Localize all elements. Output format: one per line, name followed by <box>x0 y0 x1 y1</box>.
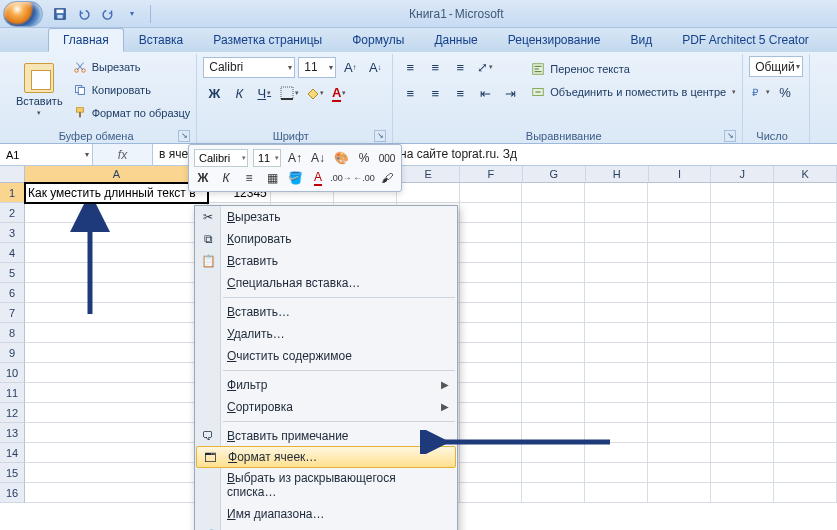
row-header-6[interactable]: 6 <box>0 283 25 303</box>
fx-icon[interactable]: fx <box>118 148 127 162</box>
cell[interactable] <box>585 363 648 383</box>
cell[interactable] <box>648 283 711 303</box>
cell-A1[interactable]: Как уместить длинный текст в <box>25 183 208 203</box>
row-header-3[interactable]: 3 <box>0 223 25 243</box>
cell[interactable] <box>522 463 585 483</box>
cell[interactable] <box>522 343 585 363</box>
cell[interactable] <box>460 343 523 363</box>
cell[interactable] <box>774 263 837 283</box>
ctx-comment[interactable]: 🗨Вставить примечание <box>195 425 457 447</box>
tab-view[interactable]: Вид <box>615 28 667 52</box>
dialog-launcher-icon[interactable]: ↘ <box>178 130 190 142</box>
row-header-12[interactable]: 12 <box>0 403 25 423</box>
cell[interactable] <box>522 303 585 323</box>
fill-color-button[interactable] <box>303 82 325 104</box>
ctx-paste-special[interactable]: Специальная вставка… <box>195 272 457 294</box>
align-top-icon[interactable]: ≡ <box>399 56 421 78</box>
cell-G1[interactable] <box>522 183 585 203</box>
cell[interactable] <box>460 323 523 343</box>
cell[interactable] <box>774 203 837 223</box>
cell[interactable] <box>25 323 208 343</box>
cell[interactable] <box>774 223 837 243</box>
cell[interactable] <box>648 343 711 363</box>
cell[interactable] <box>711 203 774 223</box>
cell[interactable] <box>25 363 208 383</box>
align-left-icon[interactable]: ≡ <box>399 82 421 104</box>
mini-shrink-font-icon[interactable]: A↓ <box>309 149 327 167</box>
col-header-E[interactable]: E <box>397 166 460 183</box>
cell[interactable] <box>648 223 711 243</box>
ctx-paste[interactable]: 📋Вставить <box>195 250 457 272</box>
cell[interactable] <box>25 403 208 423</box>
cell[interactable] <box>711 403 774 423</box>
cell[interactable] <box>711 343 774 363</box>
cell[interactable] <box>585 483 648 503</box>
cell[interactable] <box>711 283 774 303</box>
cell-H1[interactable] <box>585 183 648 203</box>
cell[interactable] <box>711 223 774 243</box>
cell[interactable] <box>711 483 774 503</box>
ctx-clear[interactable]: Очистить содержимое <box>195 345 457 367</box>
cell[interactable] <box>460 303 523 323</box>
cell[interactable] <box>648 383 711 403</box>
cell[interactable] <box>460 483 523 503</box>
font-color-button[interactable]: A <box>328 82 350 104</box>
cell[interactable] <box>585 403 648 423</box>
ctx-hyperlink[interactable]: 🔗Гиперссылка… <box>195 525 457 530</box>
cell[interactable] <box>25 443 208 463</box>
cell[interactable] <box>711 323 774 343</box>
cell[interactable] <box>585 283 648 303</box>
mini-italic-button[interactable]: К <box>217 169 235 187</box>
cell[interactable] <box>522 223 585 243</box>
row-header-13[interactable]: 13 <box>0 423 25 443</box>
col-header-K[interactable]: K <box>774 166 837 183</box>
mini-dec-decimal-icon[interactable]: ←.00 <box>355 169 373 187</box>
tab-data[interactable]: Данные <box>419 28 492 52</box>
dialog-launcher-icon[interactable]: ↘ <box>724 130 736 142</box>
ctx-pick-list[interactable]: Выбрать из раскрывающегося списка… <box>195 467 457 503</box>
cell[interactable] <box>460 403 523 423</box>
ctx-copy[interactable]: ⧉Копировать <box>195 228 457 250</box>
ctx-delete[interactable]: Удалить… <box>195 323 457 345</box>
save-icon[interactable] <box>50 4 70 24</box>
cell[interactable] <box>25 303 208 323</box>
mini-font-combo[interactable]: Calibri <box>194 149 248 167</box>
grow-font-icon[interactable]: A↑ <box>339 56 361 78</box>
indent-increase-icon[interactable]: ⇥ <box>499 82 521 104</box>
cell[interactable] <box>648 263 711 283</box>
cell[interactable] <box>460 283 523 303</box>
mini-format-painter-icon[interactable]: 🖌 <box>378 169 396 187</box>
cell[interactable] <box>522 263 585 283</box>
cell[interactable] <box>522 203 585 223</box>
ctx-filter[interactable]: Фильтр▶ <box>195 374 457 396</box>
cell[interactable] <box>25 343 208 363</box>
row-header-16[interactable]: 16 <box>0 483 25 503</box>
cell[interactable] <box>585 323 648 343</box>
cell[interactable] <box>774 463 837 483</box>
shrink-font-icon[interactable]: A↓ <box>364 56 386 78</box>
cell[interactable] <box>648 483 711 503</box>
cell[interactable] <box>585 343 648 363</box>
cell[interactable] <box>711 263 774 283</box>
cell[interactable] <box>522 403 585 423</box>
qat-dropdown-icon[interactable]: ▾ <box>122 4 142 24</box>
ctx-insert[interactable]: Вставить… <box>195 301 457 323</box>
col-header-I[interactable]: I <box>649 166 712 183</box>
select-all-corner[interactable] <box>0 166 25 183</box>
align-center-icon[interactable]: ≡ <box>424 82 446 104</box>
row-header-9[interactable]: 9 <box>0 343 25 363</box>
mini-style-icon[interactable]: 🎨 <box>332 149 350 167</box>
cell[interactable] <box>774 423 837 443</box>
cut-button[interactable]: Вырезать <box>72 56 191 77</box>
cell[interactable] <box>648 203 711 223</box>
tab-formulas[interactable]: Формулы <box>337 28 419 52</box>
row-header-4[interactable]: 4 <box>0 243 25 263</box>
cell[interactable] <box>25 483 208 503</box>
cell-J1[interactable] <box>711 183 774 203</box>
cell[interactable] <box>648 423 711 443</box>
cell[interactable] <box>774 483 837 503</box>
cell[interactable] <box>648 403 711 423</box>
cell[interactable] <box>774 343 837 363</box>
wrap-text-button[interactable]: Перенос текста <box>530 58 736 79</box>
row-header-14[interactable]: 14 <box>0 443 25 463</box>
